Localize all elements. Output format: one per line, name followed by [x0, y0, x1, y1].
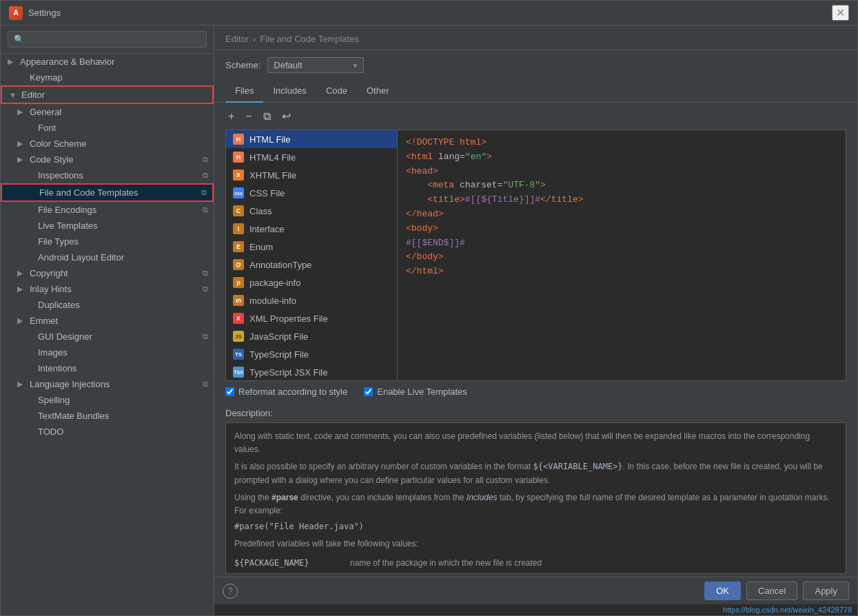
tab-files[interactable]: Files: [225, 80, 263, 103]
remove-button[interactable]: −: [243, 109, 254, 124]
file-item-annotation-type[interactable]: @ AnnotationType: [226, 256, 397, 274]
tab-includes[interactable]: Includes: [263, 80, 316, 103]
title-bar: A Settings ✕: [1, 1, 857, 25]
file-item-typescript-file[interactable]: TS TypeScript File: [226, 345, 397, 363]
file-item-enum[interactable]: E Enum: [226, 238, 397, 256]
file-item-label: HTML File: [249, 134, 290, 145]
live-templates-checkbox-label[interactable]: Enable Live Templates: [364, 387, 467, 397]
desc-var-row: ${PACKAGE_NAME} name of the package in w…: [234, 557, 837, 570]
sidebar-list: ▶ Appearance & Behavior ▶ Keymap ▼ Edito…: [1, 54, 214, 615]
sidebar-item-label: Inlay Hints: [30, 284, 200, 294]
scheme-row: Scheme: Default: [214, 50, 857, 80]
close-button[interactable]: ✕: [832, 5, 849, 21]
sidebar-item-appearance[interactable]: ▶ Appearance & Behavior: [1, 54, 214, 70]
package-icon: p: [233, 277, 244, 288]
copy-icon: ⧉: [203, 171, 208, 180]
file-item-label: Enum: [249, 242, 273, 252]
file-item-label: module-info: [249, 296, 296, 306]
sidebar-item-intentions[interactable]: ▶ Intentions: [1, 360, 214, 376]
html-file-icon: H: [233, 134, 244, 145]
tab-other[interactable]: Other: [357, 80, 399, 103]
sidebar-item-images[interactable]: ▶ Images: [1, 345, 214, 360]
file-item-label: AnnotationType: [249, 260, 311, 270]
sidebar-item-copyright[interactable]: ▶ Copyright ⧉: [1, 265, 214, 281]
file-item-html-file[interactable]: H HTML File: [226, 130, 397, 148]
file-item-module-info[interactable]: m module-info: [226, 291, 397, 309]
options-row: Reformat according to style Enable Live …: [225, 381, 846, 402]
reformat-checkbox-label[interactable]: Reformat according to style: [225, 387, 347, 397]
sidebar-item-todo[interactable]: ▶ TODO: [1, 424, 214, 440]
copy-button[interactable]: ⧉: [261, 109, 274, 124]
tab-code[interactable]: Code: [316, 80, 357, 103]
description-section: Description: Along with static text, cod…: [225, 402, 846, 577]
sidebar-item-inlay-hints[interactable]: ▶ Inlay Hints ⧉: [1, 281, 214, 297]
sidebar-item-editor[interactable]: ▼ Editor: [1, 85, 214, 104]
arrow-icon: ▶: [17, 155, 27, 164]
ts-icon: TS: [233, 349, 244, 360]
code-panel[interactable]: <!DOCTYPE html> <html lang="en"> <head> …: [398, 130, 846, 381]
file-item-typescript-jsx[interactable]: TSX TypeScript JSX File: [226, 363, 397, 381]
code-line: <title>#[[${Title}]]#</title>: [406, 193, 837, 207]
file-item-package-info[interactable]: p package-info: [226, 274, 397, 291]
sidebar-item-label: Emmet: [30, 316, 208, 326]
class-icon: C: [233, 205, 244, 216]
panel-body: + − ⧉ ↩ H HTML File H HTML4 File: [214, 103, 857, 577]
sidebar-item-font[interactable]: ▶ Font: [1, 120, 214, 136]
sidebar-item-label: TODO: [38, 427, 208, 437]
sidebar-item-general[interactable]: ▶ General: [1, 104, 214, 120]
live-templates-checkbox[interactable]: [364, 387, 373, 396]
file-item-html4-file[interactable]: H HTML4 File: [226, 148, 397, 166]
sidebar-item-inspections[interactable]: ▶ Inspections ⧉: [1, 167, 214, 183]
sidebar-item-live-templates[interactable]: ▶ Live Templates: [1, 218, 214, 234]
cancel-button[interactable]: Cancel: [746, 582, 797, 600]
ok-button[interactable]: OK: [704, 582, 741, 600]
file-item-xhtml-file[interactable]: X XHTML File: [226, 166, 397, 184]
file-item-interface[interactable]: I Interface: [226, 220, 397, 238]
copy-icon: ⧉: [203, 380, 208, 389]
arrow-icon: ▶: [8, 57, 17, 66]
desc-text4: Predefined variables will take the follo…: [234, 537, 837, 551]
code-line: <!DOCTYPE html>: [406, 136, 837, 150]
sidebar-item-label: Inspections: [38, 170, 200, 181]
sidebar-item-gui-designer[interactable]: ▶ GUI Designer ⧉: [1, 329, 214, 345]
sidebar-item-textmate-bundles[interactable]: ▶ TextMate Bundles: [1, 408, 214, 424]
file-item-css-file[interactable]: css CSS File: [226, 184, 397, 202]
sidebar-item-color-scheme[interactable]: ▶ Color Scheme: [1, 136, 214, 152]
file-item-xml-properties[interactable]: X XML Properties File: [226, 309, 397, 327]
sidebar-item-android-layout-editor[interactable]: ▶ Android Layout Editor: [1, 249, 214, 265]
file-item-javascript-file[interactable]: JS JavaScript File: [226, 327, 397, 345]
file-item-label: TypeScript File: [249, 349, 309, 360]
scheme-select[interactable]: Default: [267, 57, 364, 73]
interface-icon: I: [233, 223, 244, 234]
sidebar-item-keymap[interactable]: ▶ Keymap: [1, 70, 214, 85]
file-item-label: XHTML File: [249, 170, 296, 181]
sidebar-item-emmet[interactable]: ▶ Emmet: [1, 313, 214, 329]
reset-button[interactable]: ↩: [279, 108, 294, 124]
breadcrumb-parent: Editor: [225, 34, 249, 44]
sidebar-item-code-style[interactable]: ▶ Code Style ⧉: [1, 152, 214, 167]
sidebar-item-file-and-code-templates[interactable]: ▶ File and Code Templates ⧉: [1, 183, 214, 202]
help-button[interactable]: ?: [223, 584, 238, 599]
search-input[interactable]: [8, 31, 207, 48]
apply-button[interactable]: Apply: [803, 582, 849, 600]
file-item-class[interactable]: C Class: [226, 202, 397, 220]
sidebar-item-duplicates[interactable]: ▶ Duplicates: [1, 297, 214, 313]
file-item-label: TypeScript JSX File: [249, 367, 327, 378]
reformat-checkbox[interactable]: [225, 387, 234, 396]
sidebar: ▶ Appearance & Behavior ▶ Keymap ▼ Edito…: [1, 25, 214, 615]
sidebar-item-label: Keymap: [30, 72, 208, 83]
arrow-icon: ▶: [17, 269, 27, 278]
sidebar-item-file-types[interactable]: ▶ File Types: [1, 234, 214, 249]
sidebar-item-file-encodings[interactable]: ▶ File Encodings ⧉: [1, 202, 214, 218]
sidebar-item-language-injections[interactable]: ▶ Language Injections ⧉: [1, 376, 214, 392]
copy-icon: ⧉: [203, 205, 208, 214]
desc-var-desc: name of the package in which the new fil…: [350, 557, 542, 570]
url-bar: https://blog.csdn.net/weixin_42428778: [214, 604, 857, 615]
sidebar-item-spelling[interactable]: ▶ Spelling: [1, 392, 214, 408]
code-line: </html>: [406, 265, 837, 279]
breadcrumb-current: File and Code Templates: [260, 34, 359, 44]
add-button[interactable]: +: [225, 109, 237, 124]
xhtml-file-icon: X: [233, 170, 244, 181]
module-icon: m: [233, 295, 244, 306]
scheme-label: Scheme:: [225, 60, 261, 70]
